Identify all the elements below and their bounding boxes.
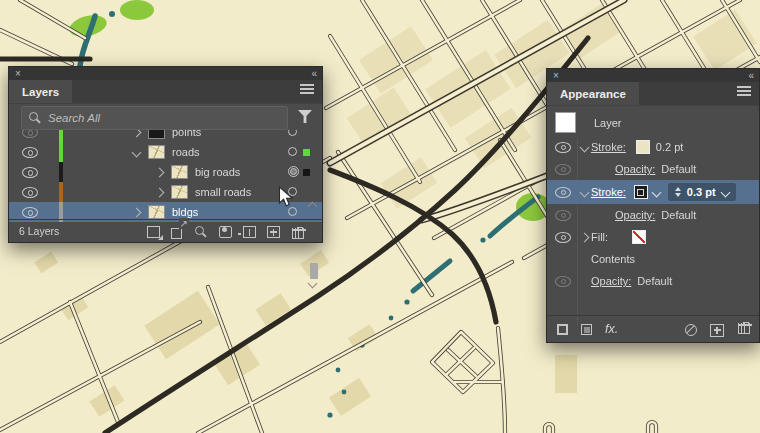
layer-name[interactable]: big roads [195, 166, 240, 178]
appearance-row-stroke-1[interactable]: Stroke: 0.2 pt [547, 136, 759, 158]
tab-layers[interactable]: Layers [9, 80, 72, 103]
locate-object-icon[interactable] [195, 225, 209, 239]
collapse-chevron-icon[interactable] [577, 144, 591, 151]
add-effect-fx-button[interactable]: fx. [605, 322, 618, 336]
opacity-value: Default [637, 275, 672, 287]
target-circle-icon[interactable] [288, 130, 297, 136]
visibility-eye-icon[interactable] [555, 142, 571, 153]
visibility-eye-icon[interactable] [555, 164, 571, 175]
target-circle-icon[interactable] [288, 147, 297, 156]
opacity-value: Default [661, 209, 696, 221]
clipping-mask-icon[interactable] [219, 224, 233, 238]
delete-layer-icon[interactable] [291, 224, 305, 238]
layer-thumbnail [148, 205, 165, 219]
appearance-row-stroke-2-selected[interactable]: Stroke: 0.3 pt [547, 180, 759, 204]
layer-thumbnail [148, 145, 165, 159]
search-placeholder: Search All [48, 112, 100, 124]
stroke-pattern-swatch[interactable] [634, 185, 648, 199]
collect-for-export-icon[interactable] [147, 224, 161, 238]
appearance-row-opacity-2[interactable]: Opacity: Default [547, 204, 759, 226]
visibility-eye-icon[interactable] [22, 147, 38, 158]
visibility-eye-icon[interactable] [555, 276, 571, 287]
clear-appearance-icon[interactable] [685, 324, 697, 336]
add-new-stroke-icon[interactable] [557, 324, 568, 335]
visibility-eye-icon[interactable] [555, 232, 571, 243]
collapse-panel-icon[interactable]: « [748, 69, 753, 82]
appearance-panel: × « Appearance Layer Stroke: 0.2 pt Opac… [546, 68, 760, 343]
tab-appearance[interactable]: Appearance [547, 82, 639, 105]
layer-row-big-roads[interactable]: big roads [9, 162, 322, 182]
duplicate-item-icon[interactable] [710, 324, 724, 337]
layer-row-points[interactable]: points [9, 130, 322, 142]
collapse-chevron-icon[interactable] [132, 147, 142, 157]
opacity-link[interactable]: Opacity: [591, 275, 631, 287]
search-icon [29, 112, 41, 124]
layer-color-bar [59, 142, 63, 162]
layer-thumbnail [171, 185, 188, 199]
appearance-row-contents[interactable]: Contents [547, 248, 759, 270]
stroke-weight-value[interactable]: 0.3 pt [687, 186, 716, 198]
visibility-eye-icon[interactable] [22, 130, 38, 138]
layer-name[interactable]: roads [172, 146, 200, 158]
layer-row-roads[interactable]: roads [9, 142, 322, 162]
panel-menu-icon[interactable] [737, 86, 751, 88]
selection-color-square [303, 149, 310, 156]
layer-name[interactable]: bldgs [172, 206, 198, 218]
appearance-row-layer[interactable]: Layer [547, 109, 759, 136]
expand-chevron-icon[interactable] [155, 187, 165, 197]
expand-chevron-icon[interactable] [577, 234, 591, 241]
appearance-row-fill[interactable]: Fill: [547, 226, 759, 248]
visibility-eye-icon[interactable] [22, 187, 38, 198]
close-icon[interactable]: × [553, 69, 559, 82]
layer-color-bar [59, 130, 63, 142]
layers-list: points roads big roads [9, 130, 322, 222]
close-icon[interactable]: × [15, 67, 21, 80]
export-icon[interactable] [171, 224, 185, 238]
expand-chevron-icon[interactable] [155, 167, 165, 177]
collapse-panel-icon[interactable]: « [311, 67, 316, 80]
layer-color-bar [59, 182, 63, 202]
delete-item-icon[interactable] [737, 322, 749, 336]
layer-name[interactable]: small roads [195, 186, 251, 198]
stepper-arrows-icon[interactable] [675, 187, 681, 198]
expand-chevron-icon[interactable] [132, 207, 142, 217]
target-circle-targeted-icon[interactable] [288, 166, 299, 177]
layer-name[interactable]: points [172, 130, 201, 138]
stroke-link[interactable]: Stroke: [591, 141, 626, 153]
appearance-list: Layer Stroke: 0.2 pt Opacity: Default St… [547, 109, 759, 292]
opacity-link[interactable]: Opacity: [615, 163, 655, 175]
layers-panel: × « Layers Search All points [8, 66, 323, 243]
stroke-color-swatch[interactable] [636, 140, 650, 154]
panel-menu-icon[interactable] [300, 84, 314, 86]
stroke-weight-stepper[interactable]: 0.3 pt [668, 183, 736, 201]
layers-footer: 6 Layers [9, 219, 322, 242]
visibility-eye-icon[interactable] [22, 167, 38, 178]
appearance-panel-titlebar: × « [547, 69, 759, 82]
appearance-row-opacity-1[interactable]: Opacity: Default [547, 158, 759, 180]
selection-color-square [303, 169, 310, 176]
visibility-eye-icon[interactable] [22, 207, 38, 218]
swatch-dropdown-icon[interactable] [653, 186, 660, 198]
visibility-eye-icon[interactable] [555, 210, 571, 221]
layer-thumbnail [148, 130, 165, 139]
appearance-row-opacity-3[interactable]: Opacity: Default [547, 270, 759, 292]
scroll-down-icon[interactable] [309, 277, 316, 289]
add-new-fill-icon[interactable] [581, 324, 592, 335]
opacity-link[interactable]: Opacity: [615, 209, 655, 221]
appearance-footer: fx. [547, 315, 759, 342]
collapse-chevron-icon[interactable] [577, 189, 591, 196]
layer-thumbnail [171, 165, 188, 179]
scroll-up-icon[interactable] [309, 200, 316, 212]
new-layer-icon[interactable] [267, 224, 281, 238]
stroke-link[interactable]: Stroke: [591, 186, 626, 198]
visibility-eye-icon[interactable] [555, 187, 571, 198]
new-sublayer-icon[interactable] [243, 224, 257, 238]
filter-icon[interactable] [298, 110, 312, 123]
fill-none-swatch[interactable] [632, 230, 646, 244]
layer-row-small-roads[interactable]: small roads [9, 182, 322, 202]
weight-dropdown-icon[interactable] [720, 187, 730, 197]
expand-chevron-icon[interactable] [132, 130, 142, 137]
search-input[interactable]: Search All [21, 106, 288, 130]
fill-label[interactable]: Fill: [591, 231, 608, 243]
opacity-value: Default [661, 163, 696, 175]
